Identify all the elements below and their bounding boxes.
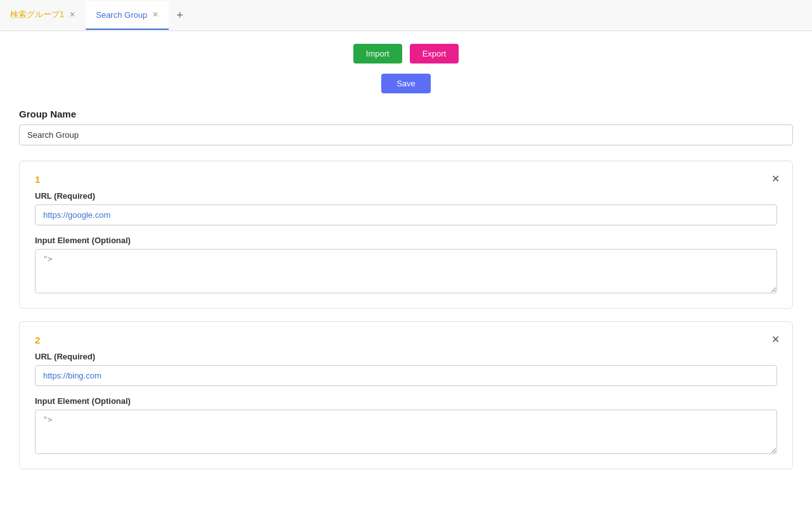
url-label-1: URL (Required) xyxy=(35,191,777,201)
group-name-section: Group Name xyxy=(19,109,793,161)
url-card-1: 1 ✕ URL (Required) Input Element (Option… xyxy=(19,161,793,309)
url-label-2: URL (Required) xyxy=(35,352,777,361)
element-textarea-1[interactable]: "> xyxy=(35,249,777,293)
url-input-2[interactable] xyxy=(35,365,777,386)
card-close-1[interactable]: ✕ xyxy=(771,173,780,185)
import-button[interactable]: Import xyxy=(353,44,402,64)
tab-bar: 検索グループ1 ✕ Search Group ✕ + xyxy=(0,0,812,31)
url-cards-container: 1 ✕ URL (Required) Input Element (Option… xyxy=(19,161,793,469)
tab-close-2[interactable]: ✕ xyxy=(152,11,159,18)
card-number-1: 1 xyxy=(35,174,777,185)
save-wrapper: Save xyxy=(19,74,793,93)
url-input-1[interactable] xyxy=(35,204,777,225)
tab-close-1[interactable]: ✕ xyxy=(69,11,75,18)
main-content: Import Export Save Group Name 1 ✕ URL (R… xyxy=(0,31,812,495)
save-button[interactable]: Save xyxy=(381,74,431,93)
url-card-2: 2 ✕ URL (Required) Input Element (Option… xyxy=(19,321,793,469)
toolbar: Import Export xyxy=(19,44,793,64)
tab-search-group-1[interactable]: 検索グループ1 ✕ xyxy=(0,0,86,30)
export-button[interactable]: Export xyxy=(410,44,459,64)
element-label-2: Input Element (Optional) xyxy=(35,396,777,406)
card-number-2: 2 xyxy=(35,335,777,345)
element-textarea-2[interactable]: "> xyxy=(35,410,777,454)
group-name-label: Group Name xyxy=(19,109,793,119)
tab-search-group[interactable]: Search Group ✕ xyxy=(86,1,169,30)
card-close-2[interactable]: ✕ xyxy=(771,333,780,345)
tab-label-1: 検索グループ1 xyxy=(10,9,64,20)
tab-label-2: Search Group xyxy=(96,10,147,20)
tab-add-button[interactable]: + xyxy=(169,1,191,30)
group-name-input[interactable] xyxy=(19,124,793,145)
element-label-1: Input Element (Optional) xyxy=(35,236,777,245)
